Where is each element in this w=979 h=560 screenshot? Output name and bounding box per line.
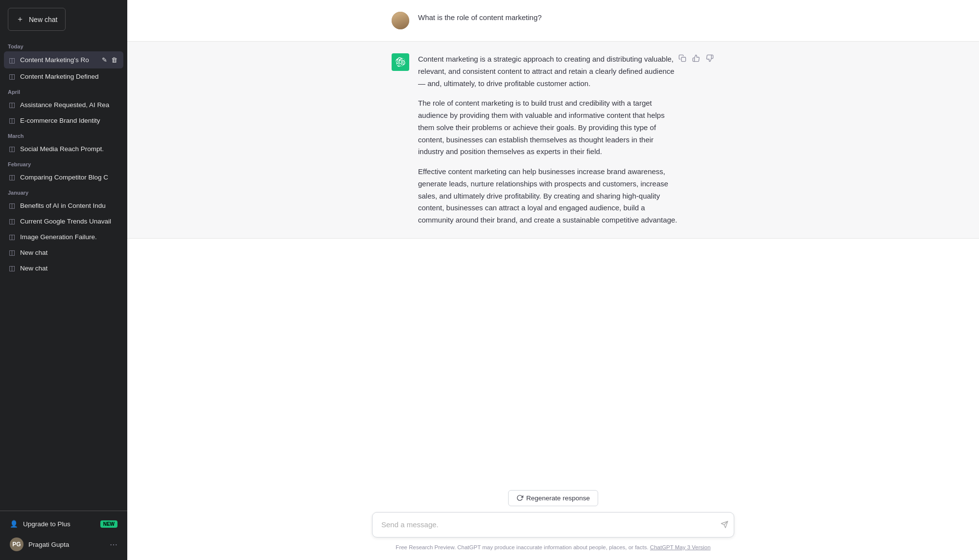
main-content: What is the role of content marketing? C… [127,0,979,560]
user-name: Pragati Gupta [28,541,105,548]
chat-icon: ◫ [9,56,15,64]
new-badge: NEW [100,520,117,528]
section-april: April [4,84,123,97]
ai-message-inner: Content marketing is a strategic approac… [372,53,734,226]
user-avatar-sidebar: PG [10,538,23,551]
user-message-block: What is the role of content marketing? [127,0,979,42]
chat-item-label: Social Media Reach Prompt. [20,145,118,153]
ai-actions [677,53,715,65]
upgrade-label: Upgrade to Plus [23,520,70,528]
user-row[interactable]: PG Pragati Gupta ⋯ [4,533,123,556]
sidebar: ＋ New chat Today ◫ Content Marketing's R… [0,0,127,560]
chat-item-label: Current Google Trends Unavail [20,218,118,225]
section-february: February [4,157,123,169]
new-chat-button[interactable]: ＋ New chat [8,8,66,31]
sidebar-item-assistance-requested[interactable]: ◫ Assistance Requested, AI Rea [4,97,123,112]
ai-response-paragraph3: Effective content marketing can help bus… [418,166,677,226]
ai-response-paragraph1: Content marketing is a strategic approac… [418,53,677,90]
copy-button[interactable] [677,53,687,65]
plus-icon: ＋ [16,14,24,24]
sidebar-item-content-marketing-defined[interactable]: ◫ Content Marketing Defined [4,68,123,84]
chat-icon: ◫ [9,145,15,153]
chat-icon: ◫ [9,264,15,272]
input-row [372,512,734,540]
ai-message-content: Content marketing is a strategic approac… [418,53,715,226]
chat-icon: ◫ [9,101,15,109]
user-message-inner: What is the role of content marketing? [372,12,734,29]
chat-item-label: Content Marketing's Ro [20,56,96,64]
chat-item-label: New chat [20,265,118,272]
send-button[interactable] [721,520,728,531]
section-march: March [4,128,123,141]
user-question-text: What is the role of content marketing? [418,12,715,24]
thumbs-down-icon [706,54,714,62]
input-area: Regenerate response Free Research Previe… [127,484,979,560]
regenerate-icon [516,494,523,501]
chat-item-label: Content Marketing Defined [20,73,118,80]
chat-item-label: Benefits of AI in Content Indu [20,202,118,209]
section-today: Today [4,39,123,51]
chat-icon: ◫ [9,72,15,80]
sidebar-item-image-generation[interactable]: ◫ Image Generation Failure. [4,229,123,245]
disclaimer-link[interactable]: ChatGPT May 3 Version [650,544,711,550]
sidebar-item-social-media[interactable]: ◫ Social Media Reach Prompt. [4,141,123,157]
sidebar-item-new-chat-1[interactable]: ◫ New chat [4,245,123,260]
user-options-icon: ⋯ [110,540,117,549]
chat-icon: ◫ [9,116,15,124]
action-icons: ✎ 🗑 [101,55,118,65]
ai-message-header: Content marketing is a strategic approac… [418,53,715,226]
ai-text-container: Content marketing is a strategic approac… [418,53,677,226]
sidebar-scroll: Today ◫ Content Marketing's Ro ✎ 🗑 ◫ Con… [0,39,127,511]
chat-icon: ◫ [9,173,15,181]
regenerate-row: Regenerate response [137,490,969,506]
section-january: January [4,185,123,198]
gpt-logo-icon [396,57,405,67]
message-input[interactable] [372,512,734,538]
chat-item-label: New chat [20,249,118,256]
svg-rect-0 [681,57,686,62]
upgrade-to-plus-button[interactable]: 👤 Upgrade to Plus NEW [4,515,123,533]
new-chat-label: New chat [29,16,57,23]
chat-icon: ◫ [9,233,15,241]
send-icon [721,520,728,528]
delete-icon[interactable]: 🗑 [110,55,118,65]
disclaimer: Free Research Preview. ChatGPT may produ… [137,544,969,550]
chat-item-label: Image Generation Failure. [20,233,118,241]
user-message-content: What is the role of content marketing? [418,12,715,29]
chat-icon: ◫ [9,202,15,209]
regenerate-button[interactable]: Regenerate response [508,490,598,506]
thumbs-up-icon [692,54,700,62]
chat-item-label: E-commerce Brand Identity [20,117,118,124]
copy-icon [678,54,686,62]
chat-item-label: Assistance Requested, AI Rea [20,101,118,109]
chat-icon: ◫ [9,217,15,225]
sidebar-item-comparing-competitor[interactable]: ◫ Comparing Competitor Blog C [4,169,123,185]
sidebar-item-ecommerce-brand[interactable]: ◫ E-commerce Brand Identity [4,112,123,128]
sidebar-item-current-google[interactable]: ◫ Current Google Trends Unavail [4,213,123,229]
sidebar-item-benefits-ai[interactable]: ◫ Benefits of AI in Content Indu [4,198,123,213]
ai-response-paragraph2: The role of content marketing is to buil… [418,97,677,158]
disclaimer-text: Free Research Preview. ChatGPT may produ… [396,544,648,550]
sidebar-item-content-marketing-ro[interactable]: ◫ Content Marketing's Ro ✎ 🗑 [4,51,123,68]
chat-item-label: Comparing Competitor Blog C [20,174,118,181]
regenerate-label: Regenerate response [526,494,590,502]
edit-icon[interactable]: ✎ [101,55,108,65]
sidebar-bottom: 👤 Upgrade to Plus NEW PG Pragati Gupta ⋯ [0,511,127,560]
chat-icon: ◫ [9,248,15,256]
chat-area: What is the role of content marketing? C… [127,0,979,484]
person-icon: 👤 [10,520,18,528]
sidebar-item-new-chat-2[interactable]: ◫ New chat [4,260,123,276]
gpt-avatar [392,53,409,71]
thumbs-down-button[interactable] [705,53,715,65]
user-avatar-chat [392,12,409,29]
ai-message-block: Content marketing is a strategic approac… [127,42,979,239]
thumbs-up-button[interactable] [691,53,701,65]
user-photo-inner [392,12,409,29]
